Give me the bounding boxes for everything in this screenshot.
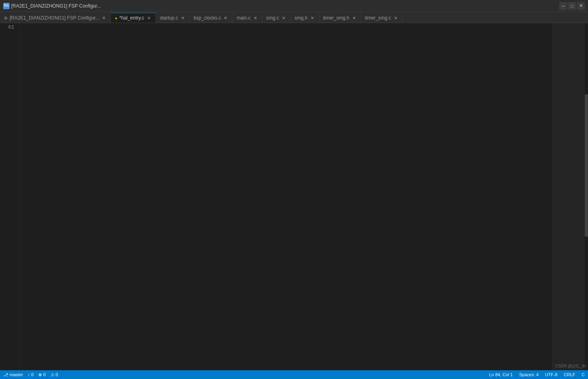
encoding[interactable]: UTF-8 [545, 372, 557, 377]
app-icon: RA [3, 3, 10, 9]
tab-label-startup: startup.c [160, 15, 178, 21]
title-controls: ─ □ ✕ [559, 2, 585, 10]
tab-modified-indicator: ● [115, 16, 117, 20]
tab-label-smg-h: smg.h [295, 15, 308, 21]
line-number-61: 61 [0, 23, 16, 32]
tab-close-smg-h[interactable]: ✕ [310, 15, 315, 21]
code-editor[interactable] [27, 23, 552, 379]
title-bar: RA [RA2E1_DIANZIZHONG1] FSP Configur... … [0, 0, 588, 12]
tab-close-main[interactable]: ✕ [253, 15, 258, 21]
tab-startup[interactable]: startup.c ✕ [156, 13, 190, 23]
tab-close-timer-smg-c[interactable]: ✕ [393, 15, 398, 21]
tab-label-hal: *hal_entry.c [119, 15, 144, 21]
language-mode[interactable]: C [582, 372, 585, 377]
warning-count[interactable]: ⚠ 0 [51, 372, 58, 377]
line-number-gutter: 61 [0, 23, 20, 379]
tab-icon-fsp: ⚙ [4, 16, 8, 20]
sync-status[interactable]: ↕ 0 [28, 372, 34, 377]
tab-close-smg-c[interactable]: ✕ [281, 15, 286, 21]
tab-label-timer-smg-h: timer_smg.h [323, 15, 350, 21]
cursor-position[interactable]: Ln 84, Col 1 [489, 372, 513, 377]
title-text: [RA2E1_DIANZIZHONG1] FSP Configur... [11, 3, 558, 9]
tab-main[interactable]: main.c ✕ [232, 13, 262, 23]
tab-label-fsp: [RA2E1_DIANZIZHONG1] FSP Configur... [10, 15, 99, 21]
line-ending[interactable]: CRLF [564, 372, 575, 377]
tab-label-smg-c: smg.c [266, 15, 279, 21]
tab-label-main: main.c [236, 15, 250, 21]
tab-timer-smg-c[interactable]: timer_smg.c ✕ [361, 13, 403, 23]
tab-smg-h[interactable]: smg.h ✕ [291, 13, 319, 23]
maximize-button[interactable]: □ [568, 2, 576, 10]
editor-container: 61 [0, 23, 588, 379]
tab-close-fsp[interactable]: ✕ [101, 15, 106, 21]
tab-fsp-config[interactable]: ⚙ [RA2E1_DIANZIZHONG1] FSP Configur... ✕ [0, 13, 111, 23]
status-right: Ln 84, Col 1 Spaces: 4 UTF-8 CRLF C [489, 372, 585, 377]
minimap [552, 23, 584, 379]
close-button[interactable]: ✕ [577, 2, 585, 10]
tab-close-startup[interactable]: ✕ [180, 15, 185, 21]
vscroll-thumb [585, 94, 588, 237]
tab-timer-smg-h[interactable]: timer_smg.h ✕ [319, 13, 361, 23]
tab-hal-entry[interactable]: ● *hal_entry.c ✕ [111, 13, 156, 23]
tab-close-bsp[interactable]: ✕ [223, 15, 228, 21]
tab-bar: ⚙ [RA2E1_DIANZIZHONG1] FSP Configur... ✕… [0, 12, 588, 23]
error-count[interactable]: ⊗ 0 [38, 372, 45, 377]
minimize-button[interactable]: ─ [559, 2, 567, 10]
tab-close-timer-smg-h[interactable]: ✕ [352, 15, 357, 21]
tab-label-bsp: bsp_clocks.c [194, 15, 221, 21]
fold-indicator-gutter [20, 23, 27, 379]
indentation[interactable]: Spaces: 4 [519, 372, 539, 377]
tab-label-timer-smg-c: timer_smg.c [365, 15, 391, 21]
status-bar: ⎇ master ↕ 0 ⊗ 0 ⚠ 0 Ln 84, Col 1 Spaces… [0, 370, 588, 379]
vertical-scrollbar[interactable] [584, 23, 588, 379]
tab-bsp-clocks[interactable]: bsp_clocks.c ✕ [190, 13, 233, 23]
tab-smg-c[interactable]: smg.c ✕ [262, 13, 291, 23]
git-branch[interactable]: ⎇ master [3, 372, 23, 377]
tab-close-hal[interactable]: ✕ [146, 15, 151, 21]
